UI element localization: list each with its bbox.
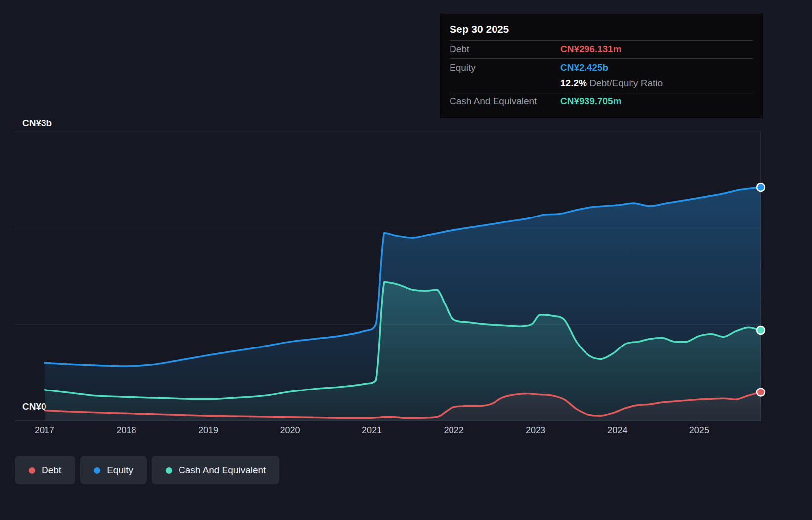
tooltip-ratio-label: Debt/Equity Ratio: [589, 78, 663, 88]
x-axis-label-2019: 2019: [198, 425, 218, 435]
x-axis-label-2020: 2020: [280, 425, 300, 435]
tooltip-row-cash: Cash And Equivalent CN¥939.705m: [450, 92, 753, 110]
tooltip-ratio-value: 12.2%: [560, 78, 587, 88]
x-axis-label-2021: 2021: [362, 425, 382, 435]
legend-label-cash: Cash And Equivalent: [179, 465, 266, 476]
tooltip-cash-value: CN¥939.705m: [560, 96, 622, 107]
x-axis-label-2018: 2018: [116, 425, 136, 435]
tooltip-row-equity: Equity CN¥2.425b: [450, 58, 753, 77]
debt-endpoint-marker[interactable]: [757, 388, 765, 396]
x-axis-label-2022: 2022: [444, 425, 463, 435]
cash-and-equivalent-endpoint-marker[interactable]: [757, 326, 765, 334]
y-axis-label-top: CN¥3b: [22, 118, 52, 129]
x-axis-label-2023: 2023: [526, 425, 545, 435]
tooltip-debt-label: Debt: [450, 44, 560, 55]
legend-label-equity: Equity: [107, 465, 133, 476]
cash-legend-dot: [166, 467, 172, 474]
y-axis-label-bottom: CN¥0: [22, 401, 46, 412]
tooltip-row-debt: Debt CN¥296.131m: [450, 40, 753, 58]
x-axis-label-2025: 2025: [689, 425, 709, 435]
legend-item-debt[interactable]: Debt: [15, 456, 75, 484]
balance-sheet-history-chart-page: { "colors": { "background": "#151822", "…: [0, 0, 812, 520]
tooltip-debt-value: CN¥296.131m: [560, 44, 622, 55]
x-axis-label-2024: 2024: [607, 425, 627, 435]
tooltip-cash-label: Cash And Equivalent: [450, 96, 560, 107]
tooltip: Sep 30 2025 Debt CN¥296.131m Equity CN¥2…: [440, 14, 763, 118]
debt-legend-dot: [29, 467, 35, 474]
equity-endpoint-marker[interactable]: [757, 183, 765, 191]
tooltip-date: Sep 30 2025: [450, 19, 753, 40]
legend-item-cash[interactable]: Cash And Equivalent: [152, 456, 279, 484]
legend-label-debt: Debt: [42, 465, 61, 476]
tooltip-row-ratio: 12.2% Debt/Equity Ratio: [450, 77, 753, 92]
legend-item-equity[interactable]: Equity: [80, 456, 147, 484]
tooltip-equity-value: CN¥2.425b: [560, 62, 608, 73]
tooltip-ratio: 12.2% Debt/Equity Ratio: [560, 78, 663, 88]
tooltip-equity-label: Equity: [450, 62, 560, 73]
equity-legend-dot: [94, 467, 100, 474]
x-axis-label-2017: 2017: [35, 425, 54, 435]
legend: Debt Equity Cash And Equivalent: [15, 456, 279, 484]
x-axis: 201720182019202020212022202320242025: [0, 425, 812, 440]
